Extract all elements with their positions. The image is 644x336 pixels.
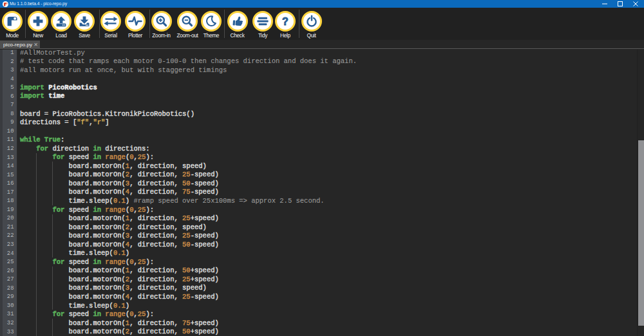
svg-text:?: ? [282,16,289,27]
